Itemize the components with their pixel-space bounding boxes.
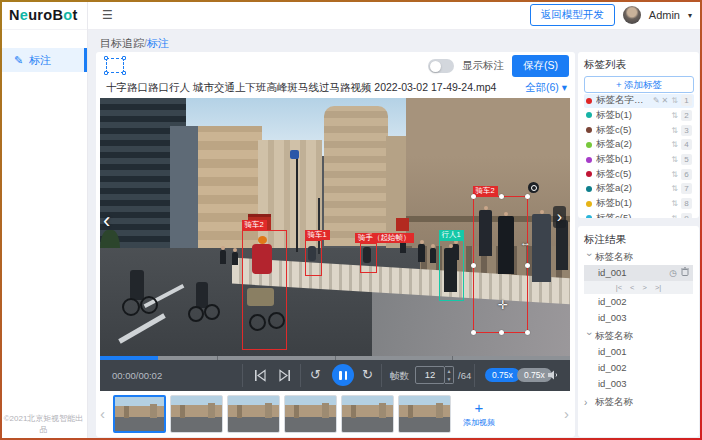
sort-icon[interactable]: ⇅	[671, 170, 678, 179]
shortcut-key: 9	[681, 213, 692, 218]
video-thumbnail[interactable]	[227, 395, 280, 433]
result-group-header[interactable]: › 标签名称	[584, 394, 693, 410]
tag-color-dot	[586, 215, 592, 218]
result-item[interactable]: id_003	[584, 376, 693, 392]
add-video-button[interactable]: + 添加视频	[456, 395, 502, 433]
resize-handle[interactable]	[525, 330, 530, 335]
resize-handle[interactable]	[471, 194, 476, 199]
clock-icon[interactable]: ◷	[669, 265, 677, 281]
tag-row[interactable]: 标签c(5) ⇅ 3	[584, 123, 694, 137]
prev-frame-button[interactable]	[254, 368, 267, 386]
tag-list-title: 标签列表	[584, 58, 694, 72]
tag-row[interactable]: 标签c(5) ⇅ 6	[584, 167, 694, 181]
logo-part: N	[9, 7, 20, 23]
add-tag-button[interactable]: + 添加标签	[584, 76, 694, 93]
scene-sign	[290, 150, 299, 159]
video-thumbnail[interactable]	[341, 395, 394, 433]
result-group-header[interactable]: › 标签名称	[584, 328, 693, 344]
stepper-down-icon[interactable]: ▼	[447, 376, 452, 382]
result-group-header[interactable]: › 标签名称	[584, 249, 693, 265]
filter-dropdown[interactable]: 全部(6) ▾	[525, 81, 567, 95]
back-to-model-dev-button[interactable]: 返回模型开发	[530, 4, 615, 26]
resize-handle[interactable]	[471, 263, 476, 268]
bbox-rider1[interactable]: 骑车1	[305, 240, 322, 276]
bbox-rider2[interactable]: 骑车2	[242, 230, 287, 350]
bbox-pedestrian1[interactable]: 行人1	[439, 240, 464, 301]
save-button[interactable]: 保存(S)	[512, 55, 569, 77]
tag-row[interactable]: 标签a(2) ⇅ 7	[584, 182, 694, 196]
frame-number-input[interactable]: 12	[415, 366, 445, 384]
resize-handle[interactable]	[471, 330, 476, 335]
tag-row[interactable]: 标签b(1) ⇅ 2	[584, 109, 694, 123]
sort-icon[interactable]: ⇅	[671, 111, 678, 120]
volume-icon[interactable]	[546, 368, 560, 386]
menu-collapse-icon[interactable]: ☰	[102, 8, 113, 22]
rect-select-tool-icon[interactable]	[106, 58, 124, 73]
stepper-up-icon[interactable]: ▲	[447, 368, 452, 374]
thumbs-next-chevron[interactable]: ›	[564, 405, 569, 422]
video-filename: 十字路口路口行人 城市交通上下班高峰斑马线过马路视频 2022-03-02 17…	[106, 81, 496, 95]
sort-icon[interactable]: ⇅	[671, 214, 678, 218]
shortcut-key: 7	[681, 183, 692, 194]
rewind-button[interactable]: ↺	[310, 367, 321, 382]
user-menu[interactable]: Admin	[649, 9, 680, 21]
logo-part: B	[52, 7, 63, 23]
prev-frame-icon[interactable]: <	[630, 283, 634, 292]
group-label: 标签名称	[595, 330, 633, 343]
logo-part: o	[63, 7, 72, 23]
tag-row[interactable]: 标签b(1) ⇅ 5	[584, 153, 694, 167]
result-item[interactable]: id_001	[584, 344, 693, 360]
first-frame-icon[interactable]: |<	[616, 283, 622, 292]
shortcut-key: 3	[681, 125, 692, 136]
last-frame-icon[interactable]: >|	[655, 283, 661, 292]
next-frame-button[interactable]	[278, 368, 291, 386]
tag-row[interactable]: 标签a(2) ⇅ 4	[584, 138, 694, 152]
result-item[interactable]: id_002	[584, 360, 693, 376]
video-thumbnail[interactable]	[113, 395, 166, 433]
sort-icon[interactable]: ⇅	[671, 96, 678, 105]
topbar: ☰ 返回模型开发 Admin ▾	[88, 0, 702, 30]
resize-handle[interactable]	[499, 194, 504, 199]
video-thumbnail[interactable]	[398, 395, 451, 433]
trash-icon[interactable]	[681, 265, 689, 281]
result-item[interactable]: id_003	[584, 310, 693, 326]
tag-row[interactable]: 标签名字最长数... ✎ ✕ ⇅ 1	[584, 94, 694, 108]
tag-name: 标签c(5)	[596, 168, 668, 181]
frame-stepper[interactable]: ▲▼	[445, 366, 454, 384]
sort-icon[interactable]: ⇅	[671, 140, 678, 149]
result-item[interactable]: id_002	[584, 294, 693, 310]
pause-button[interactable]	[332, 364, 354, 386]
forward-button[interactable]: ↻	[362, 367, 373, 382]
video-viewport[interactable]: 骑车2 骑车1 骑手（起始帧） 行人1 骑车2	[100, 98, 570, 356]
next-frame-icon[interactable]: >	[643, 283, 647, 292]
bbox-rider-startframe[interactable]: 骑手（起始帧）	[360, 243, 377, 273]
frame-total-label: /64	[458, 370, 471, 381]
next-video-chevron[interactable]: ›	[553, 206, 566, 228]
speed-pill-active[interactable]: 0.75x	[485, 368, 520, 382]
resize-handle[interactable]	[499, 330, 504, 335]
resize-handle[interactable]	[525, 194, 530, 199]
video-thumbnail[interactable]	[284, 395, 337, 433]
video-title-row: 十字路口路口行人 城市交通上下班高峰斑马线过马路视频 2022-03-02 17…	[96, 80, 575, 98]
edit-icon[interactable]: ✎	[653, 96, 660, 105]
result-item-selected[interactable]: id_001 ◷	[584, 265, 693, 281]
tag-row[interactable]: 标签c(5) ⇅ 9	[584, 211, 694, 218]
sort-icon[interactable]: ⇅	[671, 155, 678, 164]
delete-icon[interactable]: ✕	[662, 96, 669, 105]
video-thumbnail[interactable]	[170, 395, 223, 433]
show-annotations-toggle[interactable]	[428, 59, 454, 73]
bbox-rider2-selected[interactable]: 骑车2	[473, 196, 528, 333]
scene-pedestrian	[232, 252, 238, 265]
sort-icon[interactable]: ⇅	[671, 184, 678, 193]
results-title: 标注结果	[584, 233, 693, 247]
avatar[interactable]	[623, 6, 641, 24]
resize-handle[interactable]	[525, 263, 530, 268]
tag-row[interactable]: 标签b(1) ⇅ 8	[584, 197, 694, 211]
thumbs-prev-chevron[interactable]: ‹	[100, 405, 105, 422]
breadcrumb-parent[interactable]: 目标追踪	[100, 37, 144, 49]
tag-name: 标签a(2)	[596, 182, 668, 195]
prev-video-chevron[interactable]: ‹	[103, 210, 110, 232]
sort-icon[interactable]: ⇅	[671, 126, 678, 135]
sort-icon[interactable]: ⇅	[671, 199, 678, 208]
sidebar-item-annotate[interactable]: ✎ 标注	[0, 48, 87, 72]
